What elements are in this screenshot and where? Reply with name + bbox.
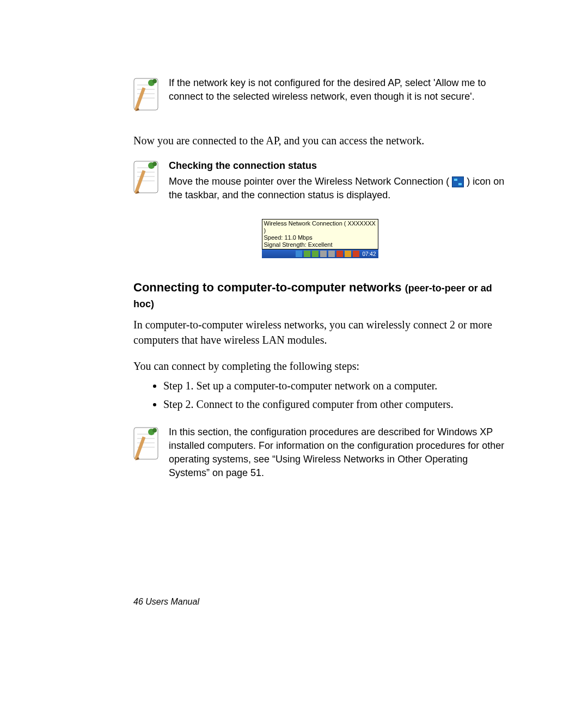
notepad-icon	[131, 425, 169, 466]
tray-icon	[296, 251, 302, 257]
document-page: If the network key is not configured for…	[0, 0, 588, 480]
page-number: 46	[133, 597, 143, 606]
tooltip-line-1: Wireless Network Connection ( XXXXXXX )	[264, 220, 376, 234]
step-item-2: Step 2. Connect to the configured comput…	[163, 397, 506, 412]
wireless-connection-icon	[452, 176, 464, 187]
note-2-heading: Checking the connection status	[169, 159, 506, 173]
tray-icon	[320, 251, 327, 257]
steps-list: Step 1. Set up a computer-to-computer ne…	[133, 378, 506, 412]
tray-clock: 07:42	[362, 251, 376, 257]
tray-icon	[328, 251, 335, 257]
tooltip-box: Wireless Network Connection ( XXXXXXX ) …	[262, 219, 378, 250]
tooltip-line-3: Signal Strength: Excellent	[264, 241, 376, 248]
system-tray: 07:42	[262, 249, 378, 258]
note-block-3: In this section, the configuration proce…	[133, 425, 506, 480]
section-heading: Connecting to computer-to-computer netwo…	[133, 280, 506, 311]
footer-label: Users Manual	[145, 597, 199, 606]
tray-icon	[336, 251, 343, 257]
body-paragraph-2: In computer-to-computer wireless network…	[133, 317, 506, 348]
page-footer: 46 Users Manual	[133, 597, 199, 607]
notepad-icon	[131, 159, 169, 199]
svg-point-6	[152, 79, 157, 83]
note-2-content: Checking the connection status Move the …	[169, 159, 506, 203]
connection-tooltip-screenshot: Wireless Network Connection ( XXXXXXX ) …	[262, 219, 378, 259]
note-2-text-part1: Move the mouse pointer over the Wireless…	[169, 176, 449, 187]
svg-point-15	[152, 162, 157, 166]
note-1-text: If the network key is not configured for…	[169, 76, 506, 103]
svg-point-24	[152, 428, 157, 432]
body-paragraph-1: Now you are connected to the AP, and you…	[133, 133, 506, 148]
body-paragraph-3: You can connect by completing the follow…	[133, 358, 506, 374]
tray-icon	[345, 251, 351, 257]
notepad-icon	[131, 76, 169, 117]
step-item-1: Step 1. Set up a computer-to-computer ne…	[163, 378, 506, 393]
note-block-2: Checking the connection status Move the …	[133, 159, 506, 203]
tooltip-line-2: Speed: 11.0 Mbps	[264, 234, 376, 241]
section-title-main: Connecting to computer-to-computer netwo…	[133, 281, 405, 294]
note-3-text: In this section, the configuration proce…	[169, 425, 506, 480]
tray-icon	[304, 251, 310, 257]
tray-icon	[353, 251, 359, 257]
note-block-1: If the network key is not configured for…	[133, 76, 506, 117]
tray-icon	[312, 251, 318, 257]
